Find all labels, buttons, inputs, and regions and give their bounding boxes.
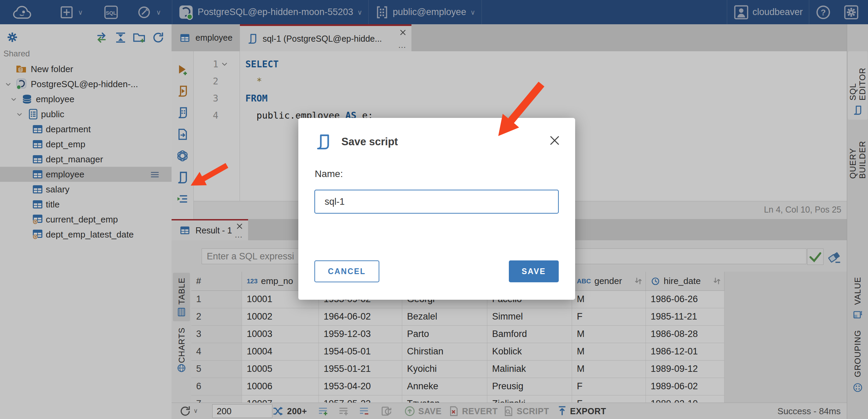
- script-icon: [315, 134, 331, 151]
- save-script-dialog: Save script Name: CANCEL SAVE: [298, 118, 575, 300]
- cancel-button[interactable]: CANCEL: [314, 260, 379, 282]
- close-dialog-icon[interactable]: [548, 134, 561, 147]
- script-name-input[interactable]: [314, 190, 559, 214]
- name-field-label: Name:: [315, 168, 343, 179]
- save-button[interactable]: SAVE: [509, 260, 559, 282]
- dialog-title: Save script: [341, 136, 398, 148]
